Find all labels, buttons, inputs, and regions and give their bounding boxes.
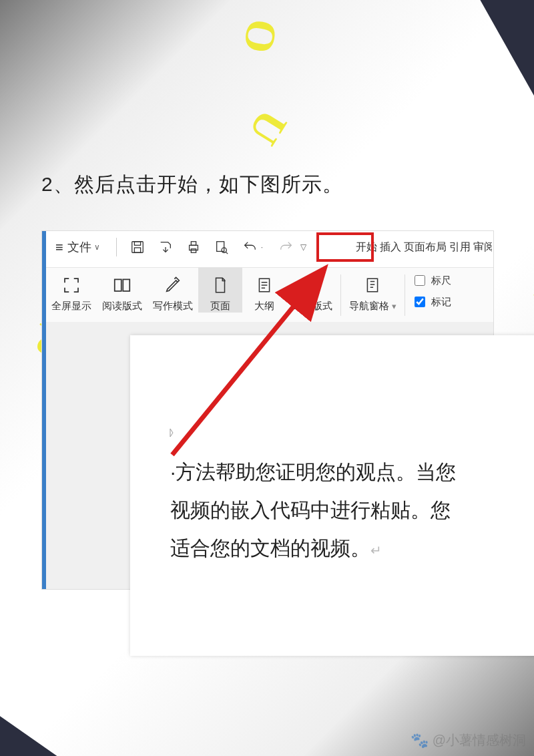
saveas-icon[interactable] [157,239,174,255]
label: Web版式 [292,300,332,313]
separator [116,238,117,256]
label: 全屏显示 [51,300,91,313]
doc-line: ·方法帮助您证明您的观点。当您 [170,453,534,491]
doc-line: 视频的嵌入代码中进行粘贴。您 [170,491,534,529]
undo-icon[interactable] [241,239,258,255]
label: 阅读版式 [102,300,142,313]
checkbox-ruler[interactable] [415,275,425,286]
text-cursor-icon [169,427,180,438]
label: 页面 [210,300,230,313]
page-icon [212,273,229,297]
screenshot-frame: ≡ 文件 ∨ · ▽ 开始 插入 页面布局 引用 审阅 全屏显示 [41,230,494,590]
document-page[interactable]: ·方法帮助您证明您的观点。当您 视频的嵌入代码中进行粘贴。您 适合您的文档的视频… [130,335,534,656]
tab-reference[interactable]: 引用 [449,240,471,254]
label: 大纲 [254,300,274,313]
separator [340,274,341,316]
undo-dropdown-icon[interactable]: · [261,242,263,252]
outline-icon [256,273,273,297]
svg-rect-0 [131,242,143,253]
save-icon[interactable] [129,239,146,255]
redo-icon[interactable] [278,239,295,255]
document-viewport: ·方法帮助您证明您的观点。当您 视频的嵌入代码中进行粘贴。您 适合您的文档的视频… [46,322,493,589]
fullscreen-icon [61,273,81,297]
btn-page[interactable]: 页面 [198,268,242,313]
svg-rect-1 [134,242,140,246]
label: 标尺 [431,274,451,287]
tab-layout[interactable]: 页面布局 [404,240,447,254]
file-menu-caret-icon[interactable]: ∨ [94,242,100,252]
paragraph-mark-icon: ↵ [370,543,382,558]
label: 导航窗格 ▾ [349,300,396,313]
web-icon [302,273,322,297]
ribbon-tabs: 开始 插入 页面布局 引用 审阅 [354,231,493,263]
tutorial-card: O U W E R E M I S I S H W E R V 2、然后点击开始… [0,0,534,756]
label: 标记 [431,296,451,309]
svg-rect-5 [191,249,196,253]
paw-icon: 🐾 [411,732,429,749]
btn-writing[interactable]: 写作模式 [148,268,198,313]
pencil-icon [164,273,182,297]
tab-insert[interactable]: 插入 [380,240,401,254]
watermark: 🐾 @小薯情感树洞 [411,731,526,749]
tab-review[interactable]: 审阅 [473,240,492,254]
document-body-text: ·方法帮助您证明您的观点。当您 视频的嵌入代码中进行粘贴。您 适合您的文档的视频… [170,453,534,567]
print-icon[interactable] [185,239,202,255]
btn-web[interactable]: Web版式 [286,268,338,313]
svg-rect-2 [134,248,140,252]
print-preview-icon[interactable] [213,239,230,255]
btn-reading[interactable]: 阅读版式 [97,268,148,313]
view-checkboxes: 标尺 标记 [408,268,455,315]
watermark-text: @小薯情感树洞 [433,731,526,749]
svg-rect-4 [191,242,196,246]
step-instruction: 2、然后点击开始，如下图所示。 [41,171,343,198]
file-menu[interactable]: 文件 [67,239,91,255]
btn-fullscreen[interactable]: 全屏显示 [46,268,97,313]
check-ruler[interactable]: 标尺 [412,273,451,288]
checkbox-marks[interactable] [415,297,425,307]
corner-triangle-bottom [0,713,63,756]
svg-rect-11 [368,278,378,292]
check-marks[interactable]: 标记 [412,295,451,309]
doc-line: 适合您的文档的视频。↵ [170,529,534,567]
quick-access-more-icon[interactable]: ▽ [300,242,306,252]
btn-nav-pane[interactable]: 导航窗格 ▾ [344,268,402,313]
ribbon: 全屏显示 阅读版式 写作模式 页面 大纲 Web版式 [46,267,493,323]
label: 写作模式 [153,300,193,313]
btn-outline[interactable]: 大纲 [242,268,286,313]
corner-triangle-top [478,0,534,103]
menu-icon[interactable]: ≡ [55,240,63,255]
svg-rect-3 [189,245,198,250]
tab-start[interactable]: 开始 [356,240,377,254]
svg-rect-6 [216,242,224,252]
book-icon [111,273,133,297]
nav-icon [364,273,381,297]
separator [405,274,405,316]
